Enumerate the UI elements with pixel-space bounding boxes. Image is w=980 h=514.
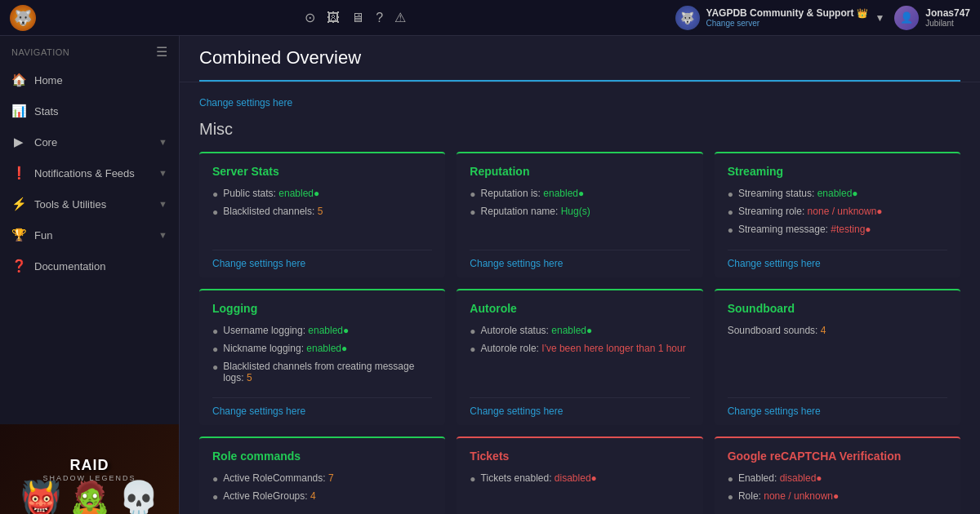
sidebar-item-stats[interactable]: 📊 Stats	[0, 95, 179, 126]
help-circle-icon[interactable]: ⊙	[305, 10, 315, 25]
change-settings-link[interactable]: Change settings here	[470, 258, 563, 269]
top-change-settings-link[interactable]: Change settings here	[199, 97, 960, 109]
autorole-role-label: Autorole role: I've been here longer tha…	[481, 343, 686, 354]
card-soundboard-title: Soundboard	[728, 302, 947, 315]
card-soundboard-footer: Change settings here	[728, 397, 947, 417]
card-role-commands-body: ● Active RoleCommands: 7 ● Active RoleGr…	[212, 472, 432, 508]
card-item: ● Public stats: enabled●	[212, 188, 432, 200]
card-item: ● Nickname logging: enabled●	[212, 343, 432, 355]
home-icon: 🏠	[11, 73, 26, 87]
bullet-icon: ●	[212, 473, 218, 485]
server-crown-icon: 👑	[857, 8, 868, 19]
card-item: ● Streaming message: #testing●	[728, 224, 947, 236]
card-server-stats-footer: Change settings here	[212, 250, 432, 269]
hamburger-icon[interactable]: ☰	[156, 44, 168, 60]
blacklisted-channels-logs-value: 5	[247, 372, 252, 383]
sidebar-item-documentation[interactable]: ❓ Documentation	[0, 250, 179, 281]
bullet-icon: ●	[470, 326, 475, 337]
blacklisted-channels-logs-label: Blacklisted channels from creating messa…	[223, 361, 432, 383]
blacklisted-channels-value: 5	[318, 206, 323, 217]
sidebar-item-fun[interactable]: 🏆 Fun ▼	[0, 219, 179, 250]
tickets-enabled-label: Tickets enabled: disabled●	[481, 472, 597, 484]
bullet-icon: ●	[212, 491, 218, 503]
stats-icon: 📊	[11, 104, 26, 118]
sidebar-item-notifications[interactable]: ❗ Notifications & Feeds ▼	[0, 157, 179, 188]
page-title-underline	[199, 80, 960, 82]
sidebar-item-core[interactable]: ▶ Core ▼	[0, 126, 179, 157]
warning-icon[interactable]: ⚠	[394, 10, 406, 25]
user-text: Jonas747 Jubilant	[925, 7, 970, 28]
core-chevron-icon: ▼	[158, 137, 167, 147]
misc-section-title: Misc	[199, 120, 960, 139]
change-settings-link[interactable]: Change settings here	[728, 405, 821, 417]
sidebar-core-label: Core	[34, 136, 150, 148]
tickets-enabled-value: disabled●	[555, 472, 597, 484]
public-stats-value: enabled●	[278, 188, 319, 199]
tools-icon: ⚡	[11, 197, 26, 211]
change-settings-link[interactable]: Change settings here	[212, 405, 305, 417]
tools-chevron-icon: ▼	[158, 199, 167, 209]
ad-figure-2: 🧟	[69, 481, 110, 514]
sidebar-item-tools[interactable]: ⚡ Tools & Utilities ▼	[0, 188, 179, 219]
notifications-chevron-icon: ▼	[158, 168, 167, 178]
sidebar-home-label: Home	[34, 74, 167, 86]
bullet-icon: ●	[470, 473, 475, 485]
card-soundboard-body: Soundboard sounds: 4	[728, 325, 947, 389]
card-item: ● Tickets enabled: disabled●	[470, 472, 689, 485]
card-autorole-body: ● Autorole status: enabled● ● Autorole r…	[470, 325, 689, 389]
change-settings-link[interactable]: Change settings here	[728, 258, 821, 269]
ad-title: RAID	[42, 457, 136, 474]
image-icon[interactable]: 🖼	[327, 11, 340, 25]
main-layout: Navigation ☰ 🏠 Home 📊 Stats ▶ Core ▼ ❗ N…	[0, 36, 980, 514]
card-item: ● Reputation name: Hug(s)	[470, 206, 689, 218]
topbar-left: 🐺	[10, 5, 36, 31]
user-status: Jubilant	[925, 19, 970, 28]
server-chevron-icon[interactable]: ▼	[875, 12, 884, 24]
recaptcha-enabled-value: disabled●	[780, 472, 822, 484]
card-autorole-footer: Change settings here	[470, 397, 689, 417]
card-item: ● Streaming status: enabled●	[728, 188, 947, 200]
server-info: 🐺 YAGPDB Community & Support 👑 Change se…	[675, 6, 885, 30]
card-tickets: Tickets ● Tickets enabled: disabled●	[457, 436, 702, 514]
change-settings-link[interactable]: Change settings here	[470, 405, 563, 417]
sidebar-fun-label: Fun	[34, 229, 150, 241]
change-server-link[interactable]: Change server	[706, 19, 869, 28]
card-item: ● Enabled: disabled●	[728, 472, 947, 485]
card-reputation-body: ● Reputation is: enabled● ● Reputation n…	[470, 188, 689, 241]
card-item: ● Autorole status: enabled●	[470, 325, 689, 337]
public-stats-label: Public stats: enabled●	[223, 188, 319, 199]
server-name-label: YAGPDB Community & Support	[706, 7, 854, 19]
recaptcha-role-label: Role: none / unknown●	[738, 490, 839, 502]
autorole-status-value: enabled●	[551, 325, 592, 336]
question-icon[interactable]: ?	[376, 11, 383, 25]
card-server-stats-title: Server Stats	[212, 165, 432, 178]
username-logging-label: Username logging: enabled●	[223, 325, 349, 336]
page-header: Combined Overview	[180, 36, 980, 82]
card-autorole-title: Autorole	[470, 302, 689, 315]
nickname-logging-label: Nickname logging: enabled●	[223, 343, 347, 354]
card-logging-footer: Change settings here	[212, 397, 432, 417]
streaming-message-value: #testing●	[831, 224, 871, 235]
card-server-stats: Server Stats ● Public stats: enabled● ● …	[199, 152, 445, 277]
card-streaming-footer: Change settings here	[728, 250, 947, 269]
bullet-icon: ●	[470, 188, 475, 200]
monitor-icon[interactable]: 🖥	[351, 11, 364, 25]
core-icon: ▶	[11, 135, 26, 149]
sidebar: Navigation ☰ 🏠 Home 📊 Stats ▶ Core ▼ ❗ N…	[0, 36, 180, 514]
page-content: Combined Overview Change settings here M…	[180, 36, 980, 514]
card-streaming-body: ● Streaming status: enabled● ● Streaming…	[728, 188, 947, 241]
card-logging: Logging ● Username logging: enabled● ● N…	[199, 289, 445, 425]
logo[interactable]: 🐺	[10, 5, 36, 31]
card-item: ● Active RoleCommands: 7	[212, 472, 432, 485]
topbar-icons: ⊙ 🖼 🖥 ? ⚠	[305, 10, 406, 25]
bullet-icon: ●	[728, 473, 733, 485]
change-settings-link[interactable]: Change settings here	[212, 258, 305, 269]
sidebar-item-home[interactable]: 🏠 Home	[0, 64, 179, 95]
page-title: Combined Overview	[199, 47, 960, 80]
user-avatar: 👤	[894, 6, 919, 30]
sidebar-nav-header: Navigation ☰	[0, 36, 179, 64]
card-soundboard: Soundboard Soundboard sounds: 4 Change s…	[715, 289, 960, 425]
active-rolecommands-value: 7	[328, 472, 334, 484]
autorole-status-label: Autorole status: enabled●	[481, 325, 593, 336]
nickname-logging-value: enabled●	[306, 343, 347, 354]
